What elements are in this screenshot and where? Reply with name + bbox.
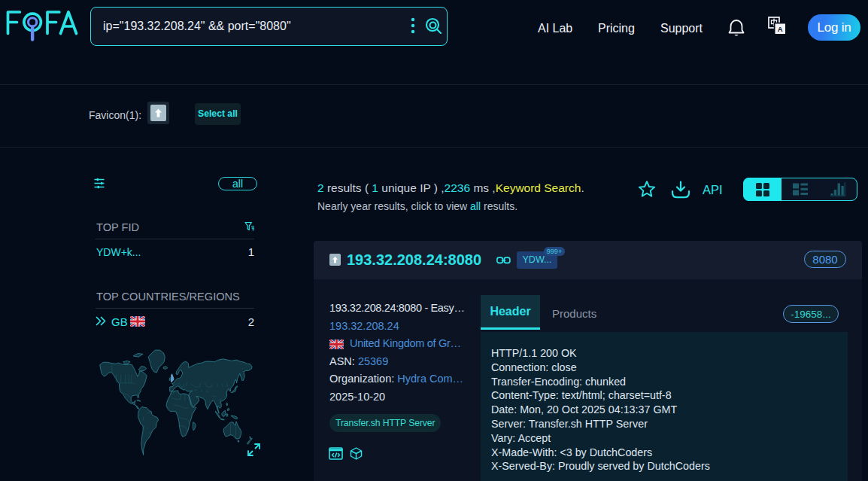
svg-text:A: A (778, 25, 783, 33)
